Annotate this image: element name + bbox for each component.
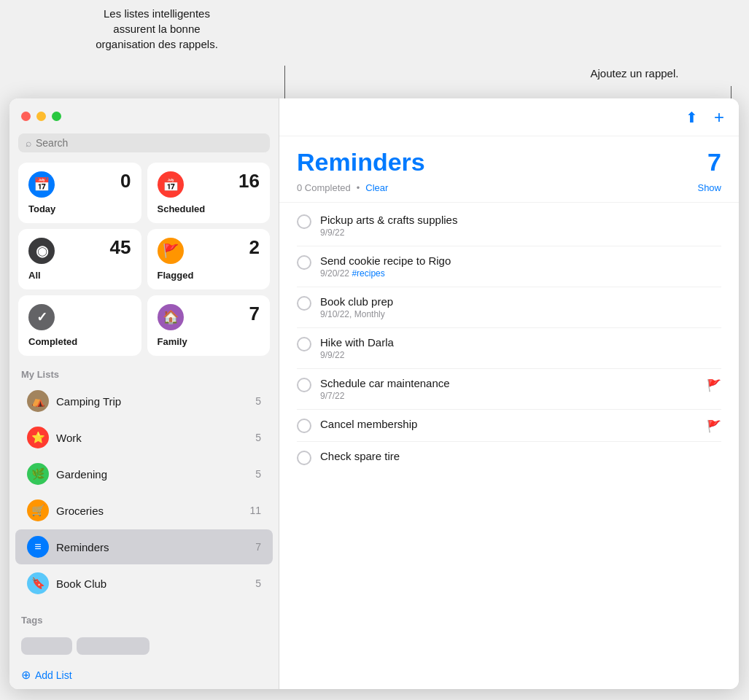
reminders-name: Reminders: [56, 541, 248, 553]
smart-card-flagged[interactable]: 🚩 2 Flagged: [147, 229, 271, 289]
reminder-content-3: Book club prep 9/10/22, Monthly: [320, 295, 721, 319]
close-button[interactable]: [21, 112, 31, 121]
reminder-tag-2[interactable]: #recipes: [352, 268, 384, 279]
all-label: All: [28, 270, 131, 281]
reminder-checkbox-4[interactable]: [297, 337, 311, 351]
reminder-checkbox-7[interactable]: [297, 451, 311, 465]
flag-icon-6: 🚩: [707, 419, 721, 433]
list-item-camping[interactable]: ⛺ Camping Trip 5: [15, 384, 273, 419]
family-icon: 🏠: [158, 304, 184, 330]
gardening-icon: 🌿: [27, 463, 49, 485]
completed-icon: ✓: [28, 304, 55, 330]
groceries-icon: 🛒: [27, 499, 49, 521]
work-count: 5: [255, 432, 261, 443]
work-icon: ⭐: [27, 427, 49, 448]
gardening-name: Gardening: [56, 468, 248, 481]
minimize-button[interactable]: [36, 112, 46, 121]
flagged-count: 2: [249, 236, 260, 259]
add-icon: +: [714, 107, 724, 127]
tag-pill-2[interactable]: [77, 637, 150, 655]
tags-pills: [21, 637, 267, 655]
app-window: ⌕ 📅 0 Today 📅 16 Scheduled ◉ 45 All: [9, 98, 739, 689]
smart-card-all[interactable]: ◉ 45 All: [18, 229, 141, 289]
bookclub-icon: 🔖: [27, 572, 49, 594]
list-item-reminders[interactable]: ≡ Reminders 7: [15, 529, 273, 564]
gardening-count: 5: [255, 468, 261, 480]
reminder-content-1: Pickup arts & crafts supplies 9/9/22: [320, 214, 721, 238]
list-item-bookclub[interactable]: 🔖 Book Club 5: [15, 566, 273, 601]
reminder-list: Pickup arts & crafts supplies 9/9/22 Sen…: [279, 203, 739, 689]
reminder-title-2: Send cookie recipe to Rigo: [320, 254, 721, 267]
main-title: Reminders: [297, 148, 425, 176]
search-icon: ⌕: [26, 137, 31, 149]
reminders-count: 7: [255, 541, 261, 553]
camping-name: Camping Trip: [56, 395, 248, 408]
today-count: 0: [120, 170, 131, 192]
main-header: Reminders 7: [279, 136, 739, 182]
camping-count: 5: [255, 395, 261, 407]
flagged-label: Flagged: [158, 270, 260, 281]
reminder-checkbox-1[interactable]: [297, 214, 311, 229]
list-item-gardening[interactable]: 🌿 Gardening 5: [15, 456, 273, 491]
reminder-checkbox-5[interactable]: [297, 378, 311, 392]
share-button[interactable]: ⬆: [683, 106, 701, 129]
smart-card-today[interactable]: 📅 0 Today: [18, 163, 141, 223]
annotation-add-reminder: Ajoutez un rappel.: [540, 66, 729, 81]
groceries-count: 11: [249, 505, 261, 516]
reminder-checkbox-2[interactable]: [297, 255, 311, 270]
reminder-content-7: Check spare tire: [320, 450, 721, 462]
list-item-groceries[interactable]: 🛒 Groceries 11: [15, 493, 273, 528]
smart-card-family[interactable]: 🏠 7 Family: [147, 295, 271, 356]
camping-icon: ⛺: [27, 390, 49, 412]
my-lists-header: My Lists: [9, 365, 279, 383]
reminder-title-1: Pickup arts & crafts supplies: [320, 214, 721, 226]
reminder-checkbox-6[interactable]: [297, 419, 311, 433]
reminder-date-2: 9/20/22: [320, 268, 349, 279]
annotation-line-1: [284, 66, 285, 101]
reminder-title-7: Check spare tire: [320, 450, 721, 462]
scheduled-label: Scheduled: [158, 203, 260, 214]
reminder-subtitle-5: 9/7/22: [320, 391, 698, 401]
scheduled-count: 16: [238, 170, 260, 192]
today-icon: 📅: [28, 171, 55, 198]
work-name: Work: [56, 432, 248, 444]
groceries-name: Groceries: [56, 505, 242, 517]
completed-label: Completed: [28, 336, 131, 347]
add-reminder-button[interactable]: +: [711, 104, 727, 131]
tag-pill-1[interactable]: [21, 637, 72, 655]
reminder-title-4: Hike with Darla: [320, 336, 721, 349]
clear-button[interactable]: Clear: [365, 182, 388, 193]
today-label: Today: [28, 203, 131, 214]
show-button[interactable]: Show: [697, 182, 721, 193]
reminder-subtitle-4: 9/9/22: [320, 350, 721, 360]
reminder-item-1: Pickup arts & crafts supplies 9/9/22: [297, 206, 721, 246]
bookclub-name: Book Club: [56, 578, 248, 590]
reminder-subtitle-3: 9/10/22, Monthly: [320, 309, 721, 319]
all-icon: ◉: [28, 238, 55, 264]
reminders-icon: ≡: [27, 536, 49, 558]
main-count: 7: [707, 148, 721, 176]
reminder-checkbox-3[interactable]: [297, 296, 311, 311]
titlebar: [9, 98, 279, 133]
flag-icon-5: 🚩: [707, 378, 721, 392]
smart-card-scheduled[interactable]: 📅 16 Scheduled: [147, 163, 271, 223]
reminder-title-6: Cancel membership: [320, 418, 698, 430]
all-count: 45: [110, 236, 131, 259]
reminder-item-5: Schedule car maintenance 9/7/22 🚩: [297, 369, 721, 410]
smart-card-completed[interactable]: ✓ Completed: [18, 295, 141, 356]
list-item-work[interactable]: ⭐ Work 5: [15, 420, 273, 455]
reminder-content-2: Send cookie recipe to Rigo 9/20/22 #reci…: [320, 254, 721, 279]
reminder-item-6: Cancel membership 🚩: [297, 410, 721, 442]
main-content: ⬆ + Reminders 7 0 Completed • Clear Show: [279, 98, 739, 689]
scheduled-icon: 📅: [158, 171, 184, 198]
reminder-content-5: Schedule car maintenance 9/7/22: [320, 377, 698, 401]
reminder-item-2: Send cookie recipe to Rigo 9/20/22 #reci…: [297, 246, 721, 287]
reminder-item-4: Hike with Darla 9/9/22: [297, 328, 721, 369]
tags-section: [9, 629, 279, 661]
maximize-button[interactable]: [52, 112, 61, 121]
reminder-content-4: Hike with Darla 9/9/22: [320, 336, 721, 360]
completed-bar: 0 Completed • Clear Show: [279, 182, 739, 203]
flagged-icon: 🚩: [158, 238, 184, 264]
add-list-button[interactable]: ⊕ Add List: [9, 661, 279, 689]
search-input[interactable]: [36, 137, 263, 149]
